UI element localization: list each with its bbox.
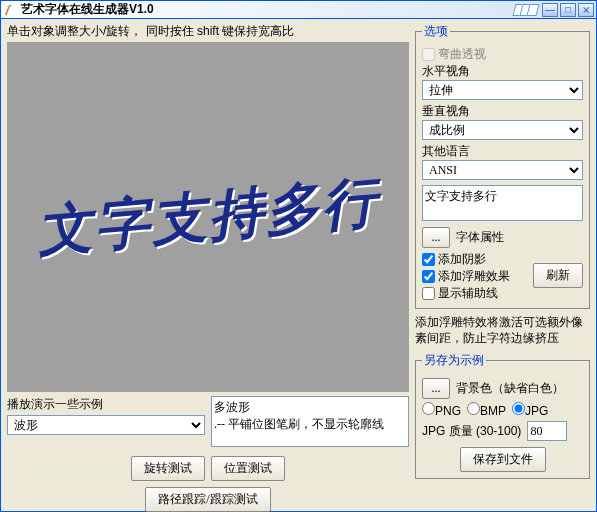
rotate-test-button[interactable]: 旋转测试 <box>131 456 205 481</box>
show-guides-checkbox[interactable]: 显示辅助线 <box>422 285 529 302</box>
options-legend: 选项 <box>422 23 450 40</box>
save-file-button[interactable]: 保存到文件 <box>460 447 546 472</box>
other-lang-select[interactable]: ANSI <box>422 160 583 180</box>
bgcolor-picker[interactable]: ... <box>422 378 450 399</box>
app-icon <box>3 3 17 17</box>
art-text-preview[interactable]: 文字支持多行 <box>34 165 381 269</box>
other-lang-label: 其他语言 <box>422 143 583 160</box>
h-view-label: 水平视角 <box>422 63 583 80</box>
preview-canvas[interactable]: 文字支持多行 <box>7 42 409 392</box>
format-jpg-radio[interactable]: JPG <box>512 402 548 418</box>
add-emboss-checkbox[interactable]: 添加浮雕效果 <box>422 268 529 285</box>
demo-select[interactable]: 波形 <box>7 415 205 435</box>
path-track-button[interactable]: 路径跟踪/跟踪测试 <box>145 487 270 512</box>
window-title: 艺术字体在线生成器V1.0 <box>21 1 517 18</box>
titlebar-decoration <box>517 4 538 16</box>
close-button[interactable]: ⨯ <box>578 3 594 17</box>
jpg-quality-input[interactable] <box>527 421 567 441</box>
app-window: 艺术字体在线生成器V1.0 — □ ⨯ 单击对象调整大小/旋转， 同时按住 sh… <box>0 0 597 512</box>
v-view-label: 垂直视角 <box>422 103 583 120</box>
bgcolor-label: 背景色（缺省白色） <box>456 380 564 397</box>
font-props-label: 字体属性 <box>456 229 504 246</box>
minimize-button[interactable]: — <box>542 3 558 17</box>
bend-perspective-checkbox: 弯曲透视 <box>422 46 583 63</box>
maximize-button[interactable]: □ <box>560 3 576 17</box>
options-group: 选项 弯曲透视 水平视角 拉伸 垂直视角 成比例 其他语言 ANSI <box>415 23 590 309</box>
saveas-legend: 另存为示例 <box>422 352 486 369</box>
demo-description[interactable] <box>211 396 409 447</box>
titlebar: 艺术字体在线生成器V1.0 — □ ⨯ <box>1 1 596 19</box>
h-view-select[interactable]: 拉伸 <box>422 80 583 100</box>
position-test-button[interactable]: 位置测试 <box>211 456 285 481</box>
emboss-note: 添加浮雕特效将激活可选额外像素间距，防止字符边缘挤压 <box>415 315 590 346</box>
text-input[interactable] <box>422 185 583 221</box>
v-view-select[interactable]: 成比例 <box>422 120 583 140</box>
saveas-group: 另存为示例 ... 背景色（缺省白色） PNG BMP JPG JPG 质量 (… <box>415 352 590 479</box>
jpg-quality-label: JPG 质量 (30-100) <box>422 423 521 440</box>
add-shadow-checkbox[interactable]: 添加阴影 <box>422 251 529 268</box>
font-props-picker[interactable]: ... <box>422 227 450 248</box>
refresh-button[interactable]: 刷新 <box>533 263 583 288</box>
format-bmp-radio[interactable]: BMP <box>467 402 506 418</box>
format-png-radio[interactable]: PNG <box>422 402 461 418</box>
canvas-hint: 单击对象调整大小/旋转， 同时按住 shift 键保持宽高比 <box>7 23 409 40</box>
demo-label: 播放演示一些示例 <box>7 396 205 413</box>
